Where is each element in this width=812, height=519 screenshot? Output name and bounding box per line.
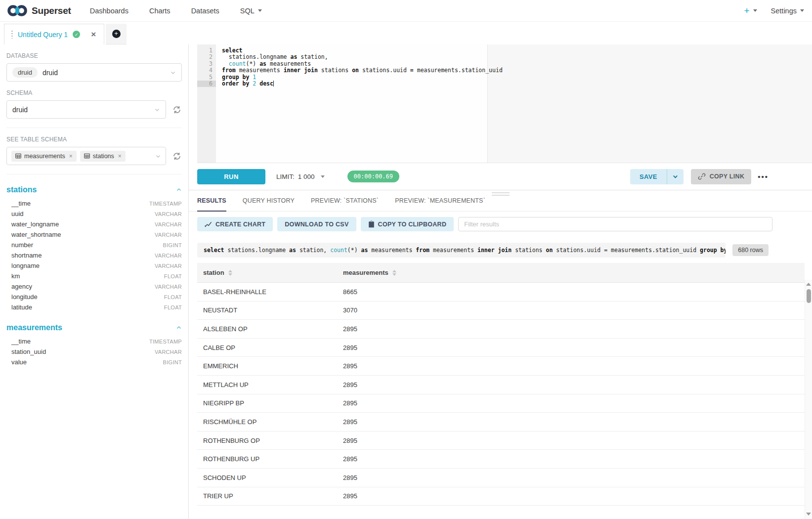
cell-station: NIEGRIPP BP [197,399,337,407]
database-label: DATABASE [6,52,182,59]
schema-column-station-uuid: station_uuidVARCHAR [6,346,182,357]
filter-results-input[interactable] [458,217,772,231]
results-table-header: station measurements [197,263,805,283]
column-header-measurements[interactable]: measurements [337,269,805,276]
cell-measurements: 2895 [337,399,805,407]
refresh-tables-icon[interactable] [172,152,182,161]
schema-column-uuid: uuidVARCHAR [6,209,182,219]
cell-station: TRIER UP [197,492,337,500]
table-grid-icon [84,153,90,159]
editor-gutter: 123456 [197,44,216,163]
download-csv-button[interactable]: DOWNLOAD TO CSV [277,217,356,231]
sort-icon[interactable] [392,270,396,276]
table-row: TRIER UP2895 [197,487,805,506]
table-row: EMMERICH2895 [197,357,805,376]
chevron-down-icon [800,9,804,12]
table-row: METTLACH UP2895 [197,376,805,394]
schema-table-measurements[interactable]: measurements [6,323,182,332]
code-line-6: order by 2 desc [222,81,812,87]
cell-station: BASEL-RHEINHALLE [197,288,337,296]
clipboard-icon [368,220,375,228]
editor-tabbar: Untitled Query 1 ✓ × + [0,22,812,44]
table-row [197,506,805,519]
nav-item-dashboards[interactable]: Dashboards [90,7,128,15]
settings-menu[interactable]: Settings [771,7,804,15]
sql-editor[interactable]: 123456 select stations.longname as stati… [197,44,812,163]
refresh-schema-icon[interactable] [172,105,182,114]
cell-measurements: 8665 [337,288,805,296]
results-panel: RESULTSQUERY HISTORYPREVIEW: `STATIONS`P… [189,190,812,519]
remove-pill-icon[interactable]: × [118,153,122,160]
database-select[interactable]: druid druid [6,63,182,82]
table-row: ROTHENBURG UP2895 [197,450,805,469]
main-menu: DashboardsChartsDatasetsSQL [90,7,262,15]
more-actions-button[interactable]: ••• [758,173,769,181]
table-schema-select[interactable]: measurements×stations× [6,147,166,165]
code-line-2: stations.longname as station, [222,54,812,60]
schema-table-stations[interactable]: stations [6,185,182,194]
schema-label: SCHEMA [6,89,182,96]
save-dropdown-button[interactable] [667,169,684,184]
cell-measurements: 2895 [337,418,805,426]
scroll-up-icon[interactable] [806,283,811,286]
limit-dropdown[interactable]: LIMIT: 1 000 [276,173,325,180]
close-tab-icon[interactable]: × [91,30,96,39]
superset-brand[interactable]: Superset [7,3,71,18]
chevron-up-icon[interactable] [176,187,182,193]
run-button[interactable]: RUN [197,169,265,184]
chevron-up-icon[interactable] [176,325,182,331]
results-tab-query-history[interactable]: QUERY HISTORY [243,197,295,211]
schema-column-number: numberBIGINT [6,240,182,250]
pane-resize-handle-icon[interactable] [492,192,510,197]
table-row: RISCHMÜHLE OP2895 [197,413,805,432]
nav-item-datasets[interactable]: Datasets [191,7,219,15]
cell-measurements: 2895 [337,344,805,351]
divider [6,174,182,174]
chevron-down-icon [170,70,176,76]
table-pill-stations[interactable]: stations× [80,151,126,162]
chevron-down-icon [155,153,161,159]
cell-measurements: 2895 [337,437,805,444]
link-icon [698,173,706,180]
nav-item-charts[interactable]: Charts [149,7,171,15]
nav-item-sql[interactable]: SQL [240,7,262,15]
new-item-button[interactable]: + [744,5,757,16]
cell-station: EMMERICH [197,362,337,370]
table-row: ALSLEBEN OP2895 [197,320,805,339]
create-chart-button[interactable]: CREATE CHART [197,217,273,231]
remove-pill-icon[interactable]: × [69,153,73,160]
schema-value: druid [12,106,28,114]
copy-link-button[interactable]: COPY LINK [691,169,752,184]
chevron-down-icon [753,9,757,12]
results-tab-preview-measurements[interactable]: PREVIEW: `MEASUREMENTS` [395,197,485,211]
schema-column-latitude: latitudeFLOAT [6,302,182,312]
sort-icon[interactable] [228,270,232,276]
add-tab-button[interactable]: + [106,24,127,44]
results-scrollbar[interactable] [805,280,812,519]
drag-handle-icon[interactable] [11,31,13,39]
scroll-down-icon[interactable] [806,513,811,516]
divider [6,128,182,128]
top-nav: Superset DashboardsChartsDatasetsSQL + S… [0,0,812,22]
schema-column-longitude: longitudeFLOAT [6,292,182,302]
schema-column-longname: longnameVARCHAR [6,260,182,271]
cell-station: RISCHMÜHLE OP [197,418,337,426]
schema-column-water-longname: water_longnameVARCHAR [6,219,182,229]
copy-to-clipboard-button[interactable]: COPY TO CLIPBOARD [361,217,454,231]
cell-measurements: 2895 [337,455,805,463]
scrollbar-thumb[interactable] [807,289,811,303]
results-tab-results[interactable]: RESULTS [197,197,226,212]
cell-measurements: 2895 [337,362,805,370]
table-pill-measurements[interactable]: measurements× [11,151,77,162]
schema-select[interactable]: druid [6,100,166,119]
executed-query-preview[interactable]: select stations.longname as station, cou… [197,243,726,258]
success-check-icon: ✓ [73,31,80,38]
column-header-station[interactable]: station [197,269,337,276]
code-line-3: count(*) as measurements [222,61,812,67]
cell-station: METTLACH UP [197,381,337,389]
save-button[interactable]: SAVE [630,169,667,184]
schema-column-value: valueBIGINT [6,357,182,367]
results-tab-preview-stations[interactable]: PREVIEW: `STATIONS` [311,197,379,211]
chevron-down-icon [321,175,325,178]
tab-untitled-query[interactable]: Untitled Query 1 ✓ × [4,24,104,44]
